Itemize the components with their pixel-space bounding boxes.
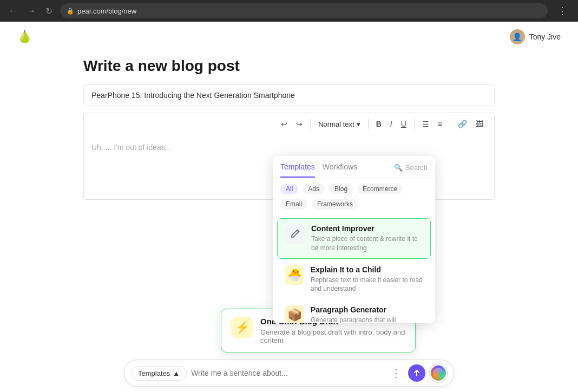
toolbar-separator-2 — [368, 119, 369, 129]
spinner-icon — [433, 368, 444, 378]
templates-chip-label: Templates — [138, 369, 170, 377]
ordered-list-button[interactable]: ≡ — [435, 117, 445, 130]
url-text: pear.com/blog/new — [77, 7, 136, 15]
popup-tabs-row: Templates Workflows 🔍 Search — [273, 156, 435, 178]
filter-all[interactable]: All — [280, 184, 298, 194]
popup-search[interactable]: 🔍 Search — [394, 164, 428, 177]
template-content-improver-name: Content Improver — [311, 224, 423, 233]
template-paragraph-gen-text: Paragraph Generator Generate paragraphs … — [311, 305, 423, 323]
redo-button[interactable]: ↪ — [293, 117, 306, 130]
filter-blog[interactable]: Blog — [329, 184, 353, 194]
tab-workflows[interactable]: Workflows — [323, 162, 357, 178]
chevron-up-icon: ▲ — [173, 369, 180, 377]
underline-button[interactable]: U — [398, 117, 410, 130]
templates-popup: Templates Workflows 🔍 Search All Ads Blo… — [273, 156, 435, 323]
page-container: 🍐 👤 Tony Jive Write a new blog post Pear… — [0, 22, 578, 392]
user-name: Tony Jive — [529, 32, 561, 41]
filter-ads[interactable]: Ads — [303, 184, 325, 194]
bold-button[interactable]: B — [373, 117, 385, 130]
text-style-select[interactable]: Normal text ▾ — [315, 118, 363, 130]
oneshot-icon: ⚡ — [231, 317, 253, 338]
template-item-paragraph-gen[interactable]: 📦 Paragraph Generator Generate paragraph… — [277, 300, 431, 323]
search-icon: 🔍 — [394, 164, 403, 172]
page-title: Write a new blog post — [83, 57, 495, 75]
dots-menu-button[interactable]: ⋮ — [389, 364, 404, 382]
explain-child-icon: 🐣 — [285, 265, 304, 285]
ai-spinner-button[interactable] — [430, 364, 447, 382]
blog-title-input[interactable]: PearPhone 15: Introducing the Next Gener… — [83, 84, 495, 106]
template-paragraph-gen-desc: Generate paragraphs that will captivate … — [311, 316, 423, 323]
template-content-improver-desc: Take a piece of content & rewrite it to … — [311, 234, 423, 253]
template-list: Content Improver Take a piece of content… — [273, 215, 435, 323]
template-explain-child-desc: Rephrase text to make it easier to read … — [311, 276, 423, 294]
filter-frameworks[interactable]: Frameworks — [312, 199, 358, 210]
search-label: Search — [405, 164, 428, 172]
paragraph-gen-icon: 📦 — [285, 305, 304, 323]
bottom-input[interactable] — [191, 369, 384, 377]
chevron-down-icon: ▾ — [357, 120, 360, 128]
top-nav: 🍐 👤 Tony Jive — [0, 22, 578, 52]
user-info: 👤 Tony Jive — [510, 29, 561, 44]
template-explain-child-name: Explain It to a Child — [311, 265, 423, 274]
content-improver-icon — [285, 224, 305, 244]
logo: 🍐 — [17, 30, 32, 44]
template-content-improver-text: Content Improver Take a piece of content… — [311, 224, 423, 253]
editor-toolbar: ↩ ↪ Normal text ▾ B I U ☰ ≡ 🔗 🖼 — [83, 113, 495, 135]
filter-pills: All Ads Blog Ecommerce Email Frameworks — [273, 178, 435, 215]
toolbar-separator-4 — [450, 119, 450, 129]
text-style-label: Normal text — [318, 120, 354, 128]
editor-placeholder: Uh..... I'm out of ideas... — [91, 143, 171, 152]
bottom-bar: Templates ▲ ⋮ — [124, 360, 454, 387]
lock-icon: 🔒 — [67, 8, 74, 15]
italic-button[interactable]: I — [387, 117, 396, 130]
send-icon — [412, 369, 421, 377]
template-paragraph-gen-name: Paragraph Generator — [311, 305, 423, 314]
browser-menu-button[interactable]: ⋮ — [553, 3, 572, 19]
undo-button[interactable]: ↩ — [278, 117, 291, 130]
bullet-list-button[interactable]: ☰ — [419, 117, 432, 130]
toolbar-separator-3 — [414, 119, 415, 129]
filter-email[interactable]: Email — [280, 199, 307, 210]
tab-templates[interactable]: Templates — [280, 162, 315, 178]
forward-button[interactable]: → — [25, 4, 38, 18]
browser-chrome: ← → ↻ 🔒 pear.com/blog/new ⋮ — [0, 0, 578, 22]
template-explain-child-text: Explain It to a Child Rephrase text to m… — [311, 265, 423, 294]
title-input-value: PearPhone 15: Introducing the Next Gener… — [91, 91, 295, 100]
image-button[interactable]: 🖼 — [472, 117, 487, 130]
templates-chip[interactable]: Templates ▲ — [131, 366, 187, 381]
toolbar-separator-1 — [310, 119, 311, 129]
template-item-explain-child[interactable]: 🐣 Explain It to a Child Rephrase text to… — [277, 260, 431, 299]
address-bar[interactable]: 🔒 pear.com/blog/new — [60, 3, 548, 18]
filter-ecommerce[interactable]: Ecommerce — [357, 184, 403, 194]
oneshot-desc: Generate a blog post draft with intro, b… — [260, 328, 405, 344]
refresh-button[interactable]: ↻ — [43, 4, 55, 18]
send-button[interactable] — [408, 364, 425, 382]
avatar: 👤 — [510, 29, 525, 44]
link-button[interactable]: 🔗 — [455, 117, 470, 130]
back-button[interactable]: ← — [6, 4, 19, 18]
template-item-content-improver[interactable]: Content Improver Take a piece of content… — [277, 218, 431, 259]
